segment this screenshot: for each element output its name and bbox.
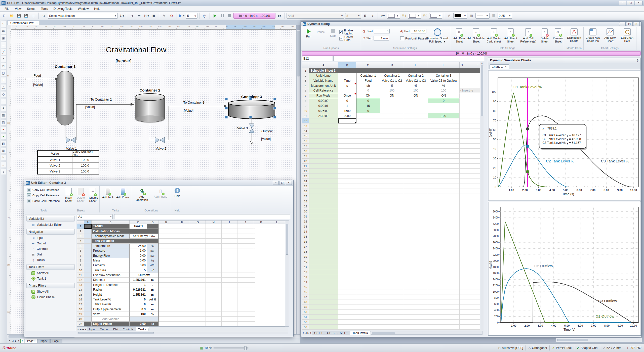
selection-handle[interactable] [273, 98, 276, 100]
grid-cell[interactable] [206, 273, 222, 278]
grid-cell[interactable] [84, 278, 92, 282]
grid-cell[interactable]: <Insert re [460, 88, 480, 93]
grid-cell[interactable] [237, 283, 253, 287]
grid-cell[interactable] [84, 268, 92, 273]
grid-cell[interactable]: - [338, 73, 356, 78]
create-new-chart-tab-button[interactable]: Create New Chart Tab [585, 28, 601, 42]
grid-cell[interactable] [356, 279, 380, 284]
grid-cell[interactable] [380, 199, 404, 204]
grid-cell[interactable]: kg [147, 322, 158, 326]
grid-cell[interactable] [404, 320, 428, 325]
grid-cell[interactable] [174, 239, 190, 243]
grid-cell[interactable] [380, 139, 404, 144]
grid-cell[interactable]: ON [356, 93, 380, 98]
grid-cell[interactable] [428, 274, 460, 279]
grid-cell[interactable] [380, 118, 404, 123]
grid-cell[interactable] [158, 229, 174, 234]
selection-handle[interactable] [249, 98, 252, 100]
grid-cell[interactable] [206, 292, 222, 297]
grid-cell[interactable]: vol-% [147, 297, 158, 302]
grid-cell[interactable] [309, 320, 338, 325]
grid-cell[interactable] [404, 149, 428, 154]
grid-cell[interactable] [206, 268, 222, 273]
grid-cell[interactable] [84, 229, 92, 234]
grid-cell[interactable]: m [147, 278, 158, 282]
grid-cell[interactable] [338, 229, 356, 234]
menu-file[interactable]: File [2, 7, 12, 11]
grid-cell[interactable] [380, 219, 404, 224]
grid-cell[interactable] [338, 320, 356, 325]
grid-cell[interactable] [237, 268, 253, 273]
grid-cell[interactable] [460, 214, 480, 219]
grid-cell[interactable] [174, 273, 190, 278]
grid-cell[interactable]: 0.00 [130, 253, 147, 258]
drawing-tool-icon-3[interactable]: ▣ [1, 35, 6, 41]
grid-cell[interactable] [309, 149, 338, 154]
grid-cell[interactable] [380, 204, 404, 209]
font-size-select[interactable]: 8▼ [345, 13, 361, 19]
unit-editor-cellref[interactable]: A1▾ [77, 214, 113, 219]
grid-cell[interactable] [380, 113, 404, 118]
grid-cell[interactable]: ON [404, 93, 428, 98]
schedule-row-header-21[interactable]: 21 [302, 164, 309, 169]
export-icon[interactable]: ⮕ [129, 13, 135, 19]
dynamic-dialog-maximize-button[interactable]: ▢ [626, 22, 633, 26]
grid-cell[interactable] [158, 297, 174, 302]
grid-cell[interactable] [428, 269, 460, 274]
grid-cell[interactable] [404, 279, 428, 284]
column-header-I[interactable]: I [222, 221, 237, 224]
grid-cell[interactable] [428, 108, 460, 113]
add-phase-button[interactable]: +Add Phase [116, 188, 130, 199]
charts-tab[interactable]: Charts 1✕ [490, 64, 509, 69]
grid-cell[interactable]: Tank Level % [92, 297, 130, 302]
grid-cell[interactable] [356, 259, 380, 264]
grid-cell[interactable] [190, 297, 206, 302]
grid-cell[interactable] [174, 244, 190, 248]
drawing-tool-icon-10[interactable]: △ [1, 84, 6, 90]
grid-cell[interactable]: Temperature [92, 244, 130, 248]
unit-editor-horizontal-scrollbar[interactable] [77, 332, 288, 334]
grid-cell[interactable] [158, 278, 174, 282]
grid-cell[interactable] [356, 294, 380, 299]
grid-cell[interactable] [428, 139, 460, 144]
minimize-button[interactable]: ‒ [619, 1, 626, 5]
grid-cell[interactable] [84, 273, 92, 278]
page-nav-icon-2[interactable]: ▶ [14, 340, 17, 342]
page-tab-page2[interactable]: Page2 [37, 339, 50, 343]
save-as-icon[interactable]: 💾 [23, 13, 29, 19]
grid-cell[interactable] [460, 164, 480, 169]
schedule-tab-get-2[interactable]: GET 2 [325, 331, 338, 335]
schedule-sheet-title-cell[interactable]: Schedule Sheet 1 [309, 68, 480, 73]
grid-cell[interactable]: - [147, 283, 158, 287]
grid-cell[interactable]: Diameter [92, 278, 130, 282]
grid-cell[interactable]: 0.00 [130, 258, 147, 263]
grid-cell[interactable] [338, 179, 356, 184]
grid-cell[interactable] [404, 189, 428, 194]
grid-cell[interactable] [428, 315, 460, 320]
grid-cell[interactable] [428, 320, 460, 325]
grid-cell[interactable] [309, 315, 338, 320]
schedule-tab-tank-levels[interactable]: Tank levels [350, 331, 371, 335]
grid-cell[interactable]: 1 [130, 283, 147, 287]
grid-cell[interactable] [380, 144, 404, 149]
grid-cell[interactable] [404, 249, 428, 254]
grid-cell[interactable] [309, 269, 338, 274]
grid-cell[interactable] [253, 322, 255, 326]
enable-logging-checkbox[interactable]: ✓Enable logging [339, 29, 360, 35]
grid-cell[interactable] [428, 249, 460, 254]
grid-cell[interactable] [174, 229, 190, 234]
schedule-column-header-E[interactable]: E [404, 62, 428, 68]
run-until-paused-checkbox[interactable]: Run Until Paused [400, 36, 428, 40]
grid-cell[interactable] [206, 312, 222, 317]
grid-cell[interactable] [174, 287, 190, 292]
grid-cell[interactable] [460, 194, 480, 199]
grid-cell[interactable]: Valve C3 to Outflow [428, 78, 460, 83]
grid-cell[interactable] [404, 269, 428, 274]
grid-cell[interactable]: kW [147, 253, 158, 258]
grid-cell[interactable] [174, 253, 190, 258]
grid-cell[interactable] [428, 164, 460, 169]
schedule-row-header-37[interactable]: 37 [302, 244, 309, 249]
grid-cell[interactable] [338, 239, 356, 244]
grid-cell[interactable] [84, 302, 92, 307]
grid-cell[interactable] [338, 310, 356, 315]
